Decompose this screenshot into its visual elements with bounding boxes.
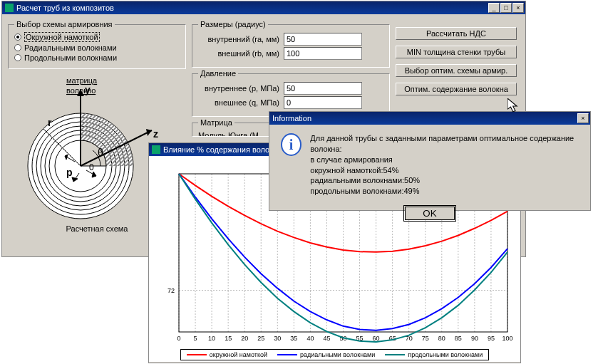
min-thickness-button[interactable]: MIN толщина стенки трубы: [396, 46, 517, 58]
info-dialog: Information × i Для данной трубы с задан…: [269, 111, 591, 211]
svg-text:10: 10: [208, 335, 215, 342]
svg-text:72: 72: [167, 287, 175, 294]
svg-text:60: 60: [373, 335, 380, 342]
svg-text:0: 0: [89, 162, 94, 172]
reinforcement-legend: Выбор схемы армировния: [14, 20, 115, 28]
svg-text:95: 95: [488, 335, 495, 342]
svg-text:40: 40: [306, 335, 314, 342]
svg-text:θ: θ: [98, 147, 103, 158]
titlebar-main[interactable]: Расчет труб из композитов _ □ ×: [2, 1, 525, 14]
ok-button[interactable]: OK: [405, 207, 454, 220]
svg-text:z: z: [153, 128, 158, 140]
label-matrix: матрица: [66, 76, 98, 85]
pressure-group: Давление внутреннее (p, МПа) внешнее (q,…: [192, 69, 390, 117]
info-title: Information: [272, 114, 311, 123]
optim-scheme-button[interactable]: Выбор оптим. схемы армир.: [396, 64, 517, 77]
svg-text:p: p: [66, 167, 73, 178]
svg-text:25: 25: [257, 335, 264, 342]
radio-circumferential[interactable]: Окружной намоткой: [14, 31, 180, 43]
maximize-button[interactable]: □: [500, 3, 512, 13]
p-input[interactable]: [284, 82, 362, 95]
info-icon: i: [281, 133, 301, 156]
window-title: Расчет труб из композитов: [16, 4, 114, 12]
svg-text:15: 15: [225, 335, 232, 342]
close-button[interactable]: ×: [512, 3, 524, 13]
titlebar-info[interactable]: Information ×: [269, 112, 590, 125]
svg-text:30: 30: [274, 335, 281, 342]
svg-text:r: r: [48, 117, 52, 128]
radio-longitudinal[interactable]: Продольными волокнами: [14, 53, 180, 63]
app-icon: [5, 4, 14, 12]
svg-text:5: 5: [194, 335, 197, 342]
label-fiber: волокно: [66, 86, 96, 95]
svg-text:85: 85: [455, 335, 462, 342]
svg-text:35: 35: [290, 335, 297, 342]
svg-text:80: 80: [438, 335, 445, 342]
reinforcement-group: Выбор схемы армировния Окружной намоткой…: [8, 20, 186, 69]
q-input[interactable]: [284, 96, 362, 109]
info-close-button[interactable]: ×: [577, 113, 589, 123]
chart-legend: окружной намоткой радиальными волокнами …: [180, 349, 489, 360]
rb-input[interactable]: [284, 47, 362, 60]
app-icon: [152, 145, 160, 154]
svg-text:100: 100: [502, 335, 512, 342]
optim-fiber-button[interactable]: Оптим. содержание волокна: [396, 83, 517, 95]
ra-input[interactable]: [284, 33, 362, 46]
svg-text:20: 20: [241, 335, 248, 342]
svg-text:45: 45: [323, 335, 330, 342]
calc-button[interactable]: Расcчитать НДС: [396, 27, 517, 40]
info-text: Для данной трубы с заданными параметрами…: [310, 133, 579, 197]
svg-text:0: 0: [177, 335, 180, 342]
svg-text:90: 90: [471, 335, 478, 342]
minimize-button[interactable]: _: [488, 3, 500, 13]
svg-text:75: 75: [422, 335, 429, 342]
sizes-group: Размеры (радиус) внутренний (ra, мм) вне…: [192, 20, 390, 68]
radio-radial[interactable]: Радиальными волокнами: [14, 43, 180, 53]
